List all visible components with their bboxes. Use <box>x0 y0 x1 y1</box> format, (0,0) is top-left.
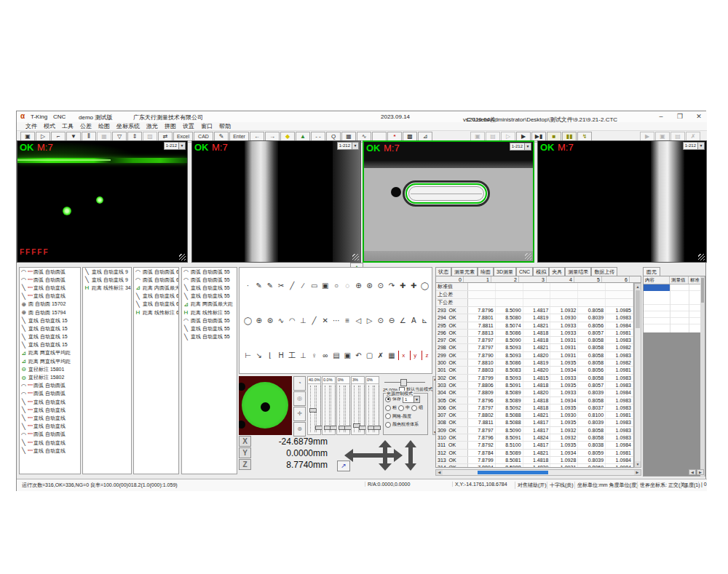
scrollbar-thumb[interactable] <box>478 471 548 474</box>
light-slider-track[interactable] <box>310 386 315 432</box>
palette-tool-icon[interactable]: ⊙ <box>376 316 385 325</box>
results-tab[interactable]: 测量元素 <box>451 267 478 276</box>
menu-item[interactable]: 绘图 <box>98 122 110 130</box>
camera-select-dropdown[interactable]: 1-212▼ <box>337 142 359 150</box>
palette-tool-icon[interactable]: ◠ <box>288 316 297 325</box>
light-slider-group[interactable]: 0.0% <box>322 376 336 435</box>
results-tab[interactable]: 绘图 <box>478 267 494 276</box>
table-row[interactable]: 303 OK7.88068.50911.48181.09350.80571.09… <box>436 382 633 389</box>
table-row[interactable]: 314 OK7.88048.50881.48201.09310.80691.09… <box>436 464 633 468</box>
measure-list-item[interactable]: ╲***直线 自动直线 <box>20 423 80 431</box>
measure-list-item[interactable]: ╲直线 自动直线 65 <box>134 300 178 308</box>
palette-tool-icon[interactable]: ⊥ <box>298 351 308 360</box>
palette-tool-icon[interactable]: ⊢ <box>243 351 253 360</box>
table-row[interactable]: 302 OK7.87998.50931.48151.09330.80581.09… <box>436 375 633 382</box>
measure-list-item[interactable]: ╲直线 自动直线 55 <box>182 284 237 292</box>
light-mode-button[interactable]: ⊛ <box>293 422 306 437</box>
palette-tool-icon[interactable]: ⊕ <box>254 316 264 325</box>
ring-light-preview[interactable] <box>239 376 292 435</box>
palette-tool-icon[interactable]: ↘ <box>254 351 264 360</box>
table-row[interactable]: 299 OK7.87908.50931.48201.09310.80581.09… <box>436 352 633 359</box>
light-slider-track[interactable] <box>354 386 359 432</box>
measure-list-item[interactable]: ◠圆弧 自动圆弧 55 <box>182 316 237 324</box>
measure-list-item[interactable]: H距离 线性标注 55 <box>182 308 237 316</box>
resize-grip-icon[interactable] <box>698 254 705 260</box>
palette-tool-icon[interactable]: ○ <box>332 281 341 290</box>
menu-item[interactable]: 模式 <box>44 122 55 130</box>
coarse-radio[interactable] <box>385 405 391 411</box>
color-cal-radio[interactable] <box>385 422 391 428</box>
element-scrollbar[interactable] <box>700 276 705 477</box>
measure-list-item[interactable]: ◠圆弧 自动圆弧 65 <box>134 276 178 284</box>
measure-list-item[interactable]: ◠***圆弧 自动圆弧 <box>20 390 80 398</box>
light-slider-group[interactable]: 40.0% <box>307 376 321 435</box>
maximize-button[interactable]: ❐ <box>675 111 685 122</box>
measure-list-item[interactable]: ◠圆弧 自动圆弧 66 <box>134 268 178 276</box>
medium-radio[interactable] <box>398 405 404 411</box>
light-slider-track[interactable] <box>368 386 373 432</box>
measure-list-item[interactable]: ╲***直线 自动直线 <box>20 292 80 300</box>
table-row[interactable]: 308 OK7.88118.50881.48171.09350.80391.09… <box>436 419 633 426</box>
table-row[interactable]: 307 OK7.88028.50881.48211.09300.81001.09… <box>436 412 633 419</box>
table-row[interactable]: 297 OK7.87978.50901.48181.09310.80581.09… <box>436 337 633 344</box>
results-tab[interactable]: CNC <box>516 267 533 276</box>
element-rows[interactable] <box>644 284 705 332</box>
palette-tool-icon[interactable]: z <box>422 351 432 360</box>
menu-item[interactable]: 激光 <box>146 122 158 130</box>
menu-item[interactable]: 帮助 <box>219 122 231 130</box>
table-row[interactable]: 301 OK7.88038.50831.48201.09340.80561.09… <box>436 367 633 374</box>
measure-list-item[interactable]: ◠圆弧 自动圆弧 55 <box>182 276 237 284</box>
resize-grip-icon[interactable] <box>525 253 531 260</box>
table-row[interactable]: 304 OK7.88098.50891.48201.09330.80391.09… <box>436 389 633 396</box>
palette-tool-icon[interactable]: ▭ <box>309 281 319 290</box>
measure-list-item[interactable]: ╲直线 自动直线 15 <box>20 316 80 324</box>
palette-tool-icon[interactable]: ⊖ <box>387 316 396 325</box>
measure-list-item[interactable]: ⊿距离 两直线平均距 <box>20 349 80 357</box>
light-mode-button[interactable]: ✛ <box>293 407 306 421</box>
palette-tool-icon[interactable]: ⊙ <box>376 281 385 290</box>
table-horizontal-scrollbar[interactable]: ◀ ▶ <box>435 469 641 476</box>
light-slider-group[interactable]: 0% <box>365 376 379 435</box>
palette-tool-icon[interactable]: ✎ <box>254 281 264 290</box>
palette-tool-icon[interactable]: ✎ <box>265 281 274 290</box>
measure-list-item[interactable]: ⊿距离 两圆弧最大距 <box>182 300 237 308</box>
measure-list-item[interactable]: H距离 线性标注 66 <box>134 308 178 316</box>
palette-tool-icon[interactable]: ⋯ <box>332 316 341 325</box>
bottom-scroll-arrows[interactable]: ◀▶ <box>689 469 704 475</box>
palette-tool-icon[interactable]: ♀ <box>309 351 319 360</box>
palette-tool-icon[interactable]: ▢ <box>365 351 374 360</box>
light-mode-button[interactable]: ◎ <box>293 391 306 406</box>
menu-item[interactable]: 工具 <box>62 122 74 130</box>
camera-view-2[interactable]: OK M:7 1-212▼ <box>191 140 361 263</box>
measure-list-item[interactable]: ╲直线 自动直线 55 <box>182 324 237 332</box>
palette-tool-icon[interactable]: ✕ <box>320 316 330 325</box>
palette-tool-icon[interactable]: ◌ <box>343 281 352 290</box>
menu-item[interactable]: 文件 <box>25 122 37 130</box>
scrollbar-thumb[interactable] <box>636 290 640 328</box>
measure-list-item[interactable]: ╲***直线 自动直线 <box>20 406 80 414</box>
table-row[interactable]: 309 OK7.87978.50901.48171.09320.80581.09… <box>436 427 633 434</box>
palette-tool-icon[interactable]: ✚ <box>409 281 419 290</box>
palette-tool-icon[interactable]: 工 <box>288 351 297 360</box>
close-button[interactable]: ✕ <box>694 111 704 122</box>
table-row[interactable]: 298 OK7.87978.50931.48211.09310.80581.09… <box>436 344 633 351</box>
table-row[interactable]: 296 OK7.88138.50861.48181.09330.80571.09… <box>436 330 633 337</box>
palette-tool-icon[interactable]: x <box>398 351 408 360</box>
measure-list-item[interactable]: ╲***直线 自动直线 <box>20 284 80 292</box>
measure-list-item[interactable]: ╲直线 自动直线 9 <box>83 276 131 284</box>
light-slider-track[interactable] <box>345 386 350 432</box>
palette-tool-icon[interactable]: ▣ <box>343 351 352 360</box>
table-row[interactable]: 311 OK7.87928.51001.48171.09350.80381.09… <box>436 442 633 449</box>
measure-list-item[interactable]: ◠***圆弧 自动圆弧 <box>20 268 80 276</box>
fine-radio[interactable] <box>411 405 417 411</box>
menu-item[interactable]: 坐标系统 <box>116 122 140 130</box>
palette-tool-icon[interactable]: ✂ <box>277 281 286 290</box>
minimize-button[interactable]: – <box>656 111 666 122</box>
measure-list-item[interactable]: ╲***直线 自动直线 <box>20 414 80 422</box>
palette-tool-icon[interactable]: ◁ <box>354 316 363 325</box>
palette-tool-icon[interactable]: y <box>410 351 420 360</box>
palette-tool-icon[interactable]: ⌊ <box>265 351 274 360</box>
palette-tool-icon[interactable]: ✚ <box>398 281 408 290</box>
measure-list-item[interactable]: ╲直线 自动直线 15 <box>20 324 80 332</box>
resize-grip-icon[interactable] <box>179 254 186 260</box>
